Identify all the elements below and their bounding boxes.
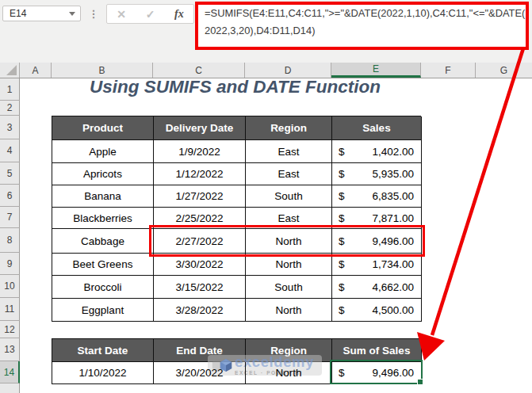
row-header-4[interactable]: 4 <box>0 139 20 162</box>
cell-E6-sales[interactable]: $6,835.00 <box>332 185 422 208</box>
name-box[interactable]: E14 <box>2 6 81 21</box>
row-header-7[interactable]: 7 <box>0 207 20 228</box>
cell-B7-product[interactable]: Blackberries <box>52 208 154 229</box>
table2-header-region[interactable]: Region <box>246 339 332 362</box>
sales-amount: 7,871.00 <box>372 212 414 224</box>
row-header-5[interactable]: 5 <box>0 162 20 185</box>
table1-header-product[interactable]: Product <box>52 116 154 140</box>
row-header-9[interactable]: 9 <box>0 253 20 275</box>
cell-C6-delivery-date[interactable]: 1/27/2022 <box>154 185 246 208</box>
table1-header-sales[interactable]: Sales <box>332 116 422 140</box>
cell-E8-sales[interactable]: $9,496.00 <box>332 229 422 254</box>
name-box-value: E14 <box>10 8 26 19</box>
row-header-2[interactable]: 2 <box>0 101 20 116</box>
cell-D10-region[interactable]: South <box>246 276 332 299</box>
sum-amount: 9,496.00 <box>372 367 414 379</box>
formula-bar-buttons: ✕ ✓ fx <box>106 4 194 24</box>
cell-C11-delivery-date[interactable]: 3/28/2022 <box>154 299 246 322</box>
cell-B6-product[interactable]: Banana <box>52 185 154 208</box>
insert-function-icon[interactable]: fx <box>174 8 184 21</box>
sales-amount: 1,402.00 <box>372 146 414 158</box>
currency-symbol: $ <box>339 190 345 202</box>
row-header-13[interactable]: 13 <box>0 338 20 361</box>
currency-symbol: $ <box>339 212 345 224</box>
table2-header-sum-of-sales[interactable]: Sum of Sales <box>332 339 422 362</box>
cell-E9-sales[interactable]: $1,734.00 <box>332 254 422 276</box>
row-header-3[interactable]: 3 <box>0 116 20 139</box>
formula-line-1: =SUMIFS(E4:E11,C4:C11,">="&DATE(2022,1,1… <box>205 5 524 22</box>
sales-table: Product Delivery Date Region Sales Apple… <box>52 116 421 322</box>
select-all-corner[interactable] <box>0 63 20 78</box>
cell-D6-region[interactable]: South <box>246 185 332 208</box>
currency-symbol: $ <box>339 235 345 247</box>
cell-E10-sales[interactable]: $4,662.00 <box>332 276 422 299</box>
table1-header-delivery-date[interactable]: Delivery Date <box>154 116 246 140</box>
sales-amount: 1,734.00 <box>372 258 414 270</box>
sales-amount: 9,496.00 <box>372 235 414 247</box>
cell-D4-region[interactable]: East <box>246 140 332 163</box>
row-header-6[interactable]: 6 <box>0 185 20 207</box>
currency-symbol: $ <box>339 146 345 158</box>
row-header-14[interactable]: 14 <box>0 361 20 383</box>
cell-B14-start-date[interactable]: 1/10/2022 <box>52 362 154 384</box>
sales-amount: 4,500.00 <box>372 304 414 316</box>
cell-D9-region[interactable]: North <box>246 254 332 276</box>
cell-D11-region[interactable]: North <box>246 299 332 322</box>
cell-C8-delivery-date[interactable]: 2/27/2022 <box>154 229 246 254</box>
cell-C9-delivery-date[interactable]: 3/30/2022 <box>154 254 246 276</box>
row-header-1[interactable]: 1 <box>0 78 20 101</box>
result-table: Start Date End Date Region Sum of Sales … <box>52 338 421 384</box>
cell-B8-product[interactable]: Cabbage <box>52 229 154 254</box>
row-header-strip: 1 2 3 4 5 6 7 8 9 10 11 12 13 14 <box>0 78 20 393</box>
cell-B4-product[interactable]: Apple <box>52 140 154 163</box>
row-header-8[interactable]: 8 <box>0 228 20 253</box>
cell-B9-product[interactable]: Beet Greens <box>52 254 154 276</box>
cell-C14-end-date[interactable]: 3/20/2022 <box>154 362 246 384</box>
row-header-12[interactable]: 12 <box>0 321 20 338</box>
row-header-15-partial[interactable] <box>0 383 20 393</box>
excel-app-window: { "chrome": { "name_box": "E14", "icons"… <box>0 0 532 393</box>
column-header-G[interactable]: G <box>476 63 532 78</box>
column-header-A[interactable]: A <box>20 63 52 78</box>
column-header-F[interactable]: F <box>421 63 476 78</box>
cell-D14-region[interactable]: North <box>246 362 332 384</box>
cell-E5-sales[interactable]: $5,935.00 <box>332 163 422 185</box>
formula-bar-drag-handle-icon: ⋮ <box>89 4 98 23</box>
formula-line-2: 2022,3,20),D4:D11,D14) <box>205 22 524 40</box>
cell-E11-sales[interactable]: $4,500.00 <box>332 299 422 322</box>
cancel-icon[interactable]: ✕ <box>117 8 126 21</box>
cell-C4-delivery-date[interactable]: 1/9/2022 <box>154 140 246 163</box>
currency-symbol: $ <box>339 258 345 270</box>
row-header-11[interactable]: 11 <box>0 298 20 321</box>
currency-symbol: $ <box>339 304 345 316</box>
cell-B11-product[interactable]: Eggplant <box>52 299 154 322</box>
cell-E4-sales[interactable]: $1,402.00 <box>332 140 422 163</box>
select-all-triangle-icon <box>6 65 17 75</box>
currency-symbol: $ <box>339 168 345 180</box>
formula-bar-input[interactable]: =SUMIFS(E4:E11,C4:C11,">="&DATE(2022,1,1… <box>195 2 529 50</box>
cell-E7-sales[interactable]: $7,871.00 <box>332 208 422 229</box>
enter-icon[interactable]: ✓ <box>146 8 155 21</box>
currency-symbol: $ <box>339 367 345 379</box>
cell-C10-delivery-date[interactable]: 3/15/2022 <box>154 276 246 299</box>
sales-amount: 5,935.00 <box>372 168 414 180</box>
sheet-title: Using SUMIFS and DATE Function <box>51 76 419 97</box>
currency-symbol: $ <box>339 281 345 293</box>
row-header-10[interactable]: 10 <box>0 275 20 298</box>
table2-header-end-date[interactable]: End Date <box>154 339 246 362</box>
cell-B5-product[interactable]: Apricots <box>52 163 154 185</box>
cell-C7-delivery-date[interactable]: 2/25/2022 <box>154 208 246 229</box>
cell-D8-region[interactable]: North <box>246 229 332 254</box>
cell-B10-product[interactable]: Broccoli <box>52 276 154 299</box>
cell-E14-sum-of-sales[interactable]: $9,496.00 <box>332 362 422 384</box>
cell-D5-region[interactable]: East <box>246 163 332 185</box>
cell-C5-delivery-date[interactable]: 1/12/2022 <box>154 163 246 185</box>
cell-D7-region[interactable]: East <box>246 208 332 229</box>
name-box-dropdown-icon[interactable] <box>69 12 75 16</box>
sales-amount: 4,662.00 <box>372 281 414 293</box>
table2-header-start-date[interactable]: Start Date <box>52 339 154 362</box>
formula-bar-area: E14 ⋮ ✕ ✓ fx =SUMIFS(E4:E11,C4:C11,">="&… <box>0 0 532 63</box>
sales-amount: 6,835.00 <box>372 190 414 202</box>
table1-header-region[interactable]: Region <box>246 116 332 140</box>
